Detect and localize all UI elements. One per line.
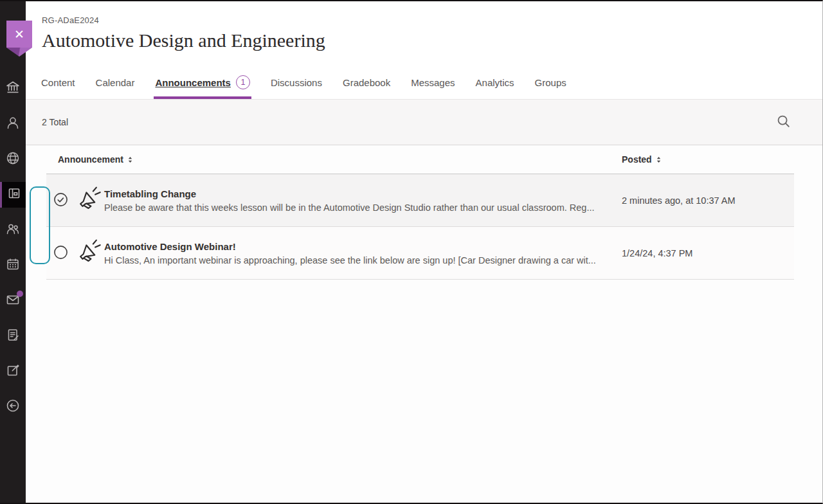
institution-icon [5,80,21,98]
sort-icon [127,156,133,163]
app-window: ✕ RG-ADaE2024 Automotive Design and Engi… [0,0,823,504]
sidebar-item-courses[interactable] [0,182,26,208]
sidebar-item-messages[interactable] [0,288,26,314]
main-content: RG-ADaE2024 Automotive Design and Engine… [26,1,822,503]
tab-messages[interactable]: Messages [410,66,456,99]
tab-analytics[interactable]: Analytics [475,66,516,99]
sidebar-item-institution[interactable] [0,76,26,102]
messages-notification-badge [17,291,23,297]
sign-out-icon [5,398,21,416]
search-button[interactable] [773,113,793,132]
sidebar-item-profile[interactable] [0,111,26,137]
ribbon-tail [6,48,32,57]
circle-check-icon [53,192,68,209]
posted-date: 2 minutes ago, at 10:37 AM [622,195,794,206]
announcement-preview: Hi Class, An important webinar is approa… [104,255,609,266]
app-sidebar [0,1,26,503]
close-course-button[interactable]: ✕ [6,21,32,57]
tools-icon [5,363,21,381]
sidebar-item-tools[interactable] [0,359,26,384]
course-tabs: Content Calendar Announcements 1 Discuss… [26,66,822,100]
sidebar-item-activity[interactable] [0,147,26,172]
profile-icon [5,115,21,133]
column-header-announcement[interactable]: Announcement [46,154,622,165]
sidebar-item-calendar[interactable] [0,253,26,278]
course-id: RG-ADaE2024 [42,15,822,25]
course-header: RG-ADaE2024 Automotive Design and Engine… [26,1,822,66]
megaphone-icon [77,186,102,215]
sidebar-item-grades[interactable] [0,323,26,349]
announcements-table: Announcement Posted [26,145,822,503]
posted-date: 1/24/24, 4:37 PM [622,248,794,258]
page-title: Automotive Design and Engineering [42,30,822,51]
tab-content[interactable]: Content [40,66,77,99]
total-count: 2 Total [42,117,68,127]
read-status-toggle[interactable] [53,192,68,209]
table-header-row: Announcement Posted [46,145,794,174]
tab-calendar[interactable]: Calendar [95,66,136,99]
tab-announcements[interactable]: Announcements 1 [154,66,251,99]
column-header-posted[interactable]: Posted [622,154,794,165]
sidebar-item-sign-out[interactable] [0,394,26,420]
sort-icon [656,156,662,163]
announcement-title: Timetabling Change [104,188,609,199]
read-status-toggle[interactable] [53,245,68,262]
grades-icon [5,327,21,345]
globe-icon [5,150,21,168]
organizations-icon [5,221,21,239]
announcement-row[interactable]: Automotive Design Webinar! Hi Class, An … [46,227,794,280]
announcement-row[interactable]: Timetabling Change Please be aware that … [46,174,794,227]
announcement-preview: Please be aware that this weeks lesson w… [104,203,609,213]
announcements-toolbar: 2 Total [26,100,822,145]
sidebar-item-organizations[interactable] [0,217,26,243]
search-icon [776,114,791,130]
announcement-title: Automotive Design Webinar! [104,241,609,252]
announcements-count-badge: 1 [236,75,250,89]
calendar-icon [5,256,21,274]
courses-icon [6,186,22,204]
tab-groups[interactable]: Groups [534,66,568,99]
close-icon: ✕ [14,27,24,42]
circle-icon [53,245,68,262]
tab-discussions[interactable]: Discussions [269,66,323,99]
tab-gradebook[interactable]: Gradebook [341,66,392,99]
megaphone-icon [77,239,102,267]
